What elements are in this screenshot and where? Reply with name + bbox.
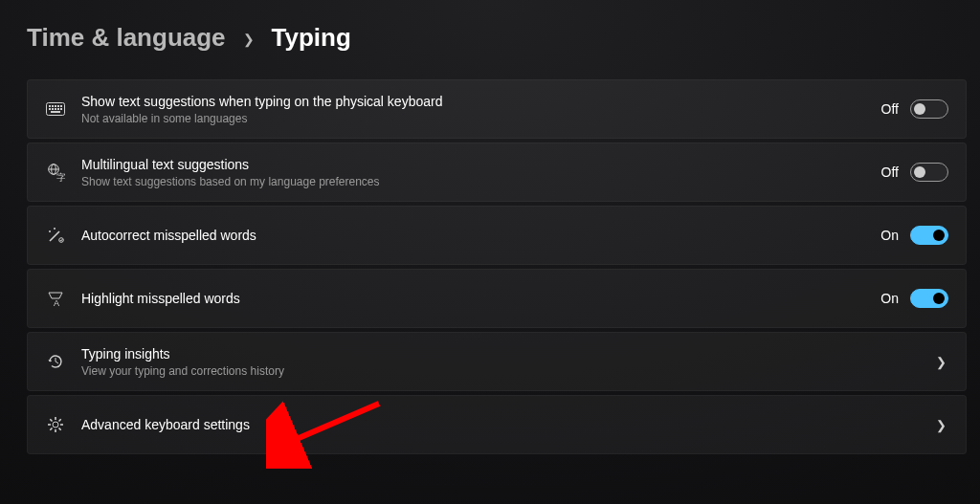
- toggle-state-label: On: [880, 228, 899, 243]
- setting-multilingual-text-suggestions[interactable]: 字 Multilingual text suggestions Show tex…: [27, 142, 967, 202]
- toggle-state-label: Off: [881, 164, 899, 180]
- breadcrumb-current: Typing: [272, 23, 351, 53]
- setting-title: Advanced keyboard settings: [81, 416, 936, 433]
- svg-rect-6: [49, 108, 51, 110]
- chevron-right-icon: ❯: [936, 355, 948, 369]
- svg-rect-9: [57, 108, 59, 110]
- svg-rect-11: [51, 111, 60, 113]
- toggle-switch[interactable]: [910, 99, 948, 119]
- svg-line-27: [59, 428, 61, 430]
- setting-subtitle: Not available in some languages: [81, 112, 881, 125]
- svg-rect-10: [60, 108, 62, 110]
- wand-icon: [45, 226, 66, 245]
- setting-subtitle: View your typing and corrections history: [81, 364, 936, 378]
- svg-point-17: [49, 230, 51, 232]
- language-icon: 字: [45, 163, 66, 182]
- gear-icon: [45, 415, 66, 434]
- svg-rect-3: [55, 105, 56, 107]
- svg-point-21: [53, 422, 58, 427]
- svg-line-26: [50, 419, 52, 421]
- setting-subtitle: Show text suggestions based on my langua…: [81, 175, 881, 188]
- svg-point-18: [54, 228, 56, 230]
- setting-advanced-keyboard[interactable]: Advanced keyboard settings ❯: [27, 395, 967, 454]
- svg-rect-1: [49, 105, 51, 107]
- svg-rect-5: [60, 105, 62, 107]
- setting-physical-text-suggestions[interactable]: Show text suggestions when typing on the…: [27, 79, 967, 139]
- setting-title: Multilingual text suggestions: [81, 156, 881, 173]
- toggle-state-label: Off: [881, 101, 899, 117]
- svg-text:A: A: [54, 298, 59, 308]
- svg-rect-8: [55, 108, 56, 110]
- breadcrumb-parent[interactable]: Time & language: [27, 23, 226, 53]
- breadcrumb: Time & language ❯ Typing: [27, 23, 967, 53]
- toggle-switch[interactable]: [910, 163, 948, 182]
- setting-title: Typing insights: [81, 345, 936, 362]
- svg-rect-2: [52, 105, 54, 107]
- setting-title: Show text suggestions when typing on the…: [81, 93, 881, 110]
- chevron-right-icon: ❯: [936, 418, 948, 432]
- history-icon: [45, 352, 66, 371]
- setting-autocorrect[interactable]: Autocorrect misspelled words On: [27, 206, 967, 265]
- toggle-switch[interactable]: [910, 226, 948, 245]
- svg-rect-4: [57, 105, 59, 107]
- highlight-icon: A: [45, 289, 66, 308]
- setting-typing-insights[interactable]: Typing insights View your typing and cor…: [27, 332, 967, 391]
- toggle-switch[interactable]: [910, 289, 948, 308]
- chevron-right-icon: ❯: [243, 32, 255, 47]
- svg-text:字: 字: [56, 172, 65, 182]
- svg-line-28: [50, 428, 52, 430]
- svg-line-29: [59, 419, 61, 421]
- svg-rect-7: [52, 108, 54, 110]
- setting-title: Highlight misspelled words: [81, 290, 880, 307]
- toggle-state-label: On: [880, 291, 899, 306]
- setting-highlight-misspelled[interactable]: A Highlight misspelled words On: [27, 269, 967, 328]
- keyboard-icon: [45, 102, 66, 116]
- setting-title: Autocorrect misspelled words: [81, 227, 880, 244]
- svg-line-16: [50, 231, 59, 241]
